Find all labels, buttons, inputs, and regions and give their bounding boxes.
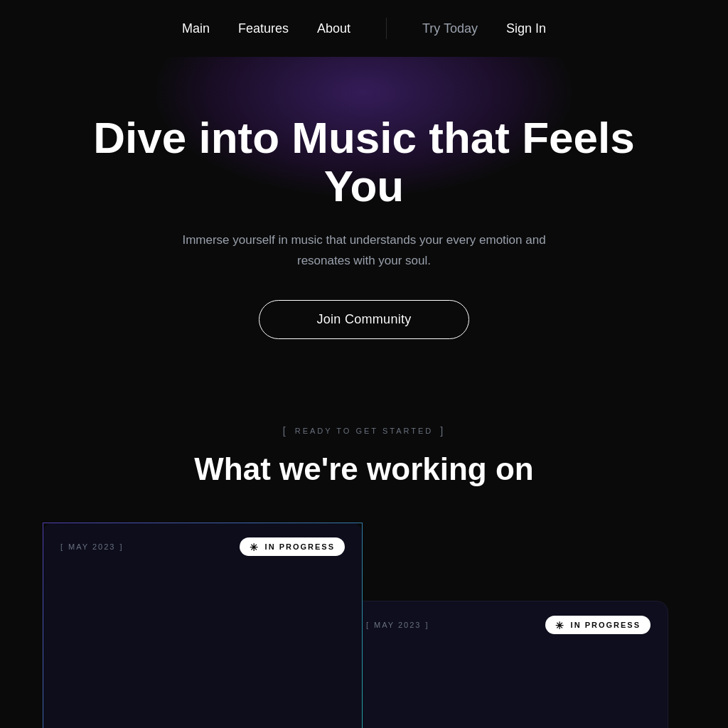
card-2: [ MAY 2023 ] IN PROGRESS	[348, 601, 668, 728]
card-1: [ MAY 2023 ] IN PROGRESS	[43, 523, 363, 728]
spinner-icon-2	[555, 620, 565, 630]
card-2-badge: IN PROGRESS	[545, 616, 651, 634]
card-1-badge: IN PROGRESS	[240, 537, 345, 556]
nav-try-today[interactable]: Try Today	[422, 21, 478, 36]
header: Main Features About Try Today Sign In	[0, 0, 728, 57]
section-label: [ READY TO GET STARTED ]	[283, 425, 445, 437]
bracket-right: ]	[440, 425, 445, 437]
hero-subtitle: Immerse yourself in music that understan…	[172, 230, 556, 272]
nav-about[interactable]: About	[317, 21, 350, 36]
section-label-text: READY TO GET STARTED	[295, 427, 433, 435]
card-2-date: [ MAY 2023 ]	[366, 621, 429, 629]
section-label-area: [ READY TO GET STARTED ]	[0, 424, 728, 437]
card-1-bracket-right: ]	[119, 542, 123, 551]
card-1-header: [ MAY 2023 ] IN PROGRESS	[43, 523, 362, 567]
nav-sign-in[interactable]: Sign In	[506, 21, 546, 36]
hero-title: Dive into Music that Feels You	[80, 114, 648, 210]
card-2-header: [ MAY 2023 ] IN PROGRESS	[349, 601, 668, 646]
card-1-date: [ MAY 2023 ]	[60, 542, 123, 551]
nav-divider	[386, 18, 387, 39]
card-1-date-text: MAY 2023	[68, 542, 115, 551]
join-community-button[interactable]: Join Community	[259, 300, 469, 339]
card-1-badge-text: IN PROGRESS	[265, 542, 335, 551]
nav: Main Features About Try Today Sign In	[182, 18, 546, 39]
card-1-bracket-left: [	[60, 542, 64, 551]
card-2-bracket-left: [	[366, 621, 370, 629]
card-2-badge-text: IN PROGRESS	[571, 621, 641, 629]
card-2-date-text: MAY 2023	[374, 621, 421, 629]
bracket-left: [	[283, 425, 288, 437]
hero-section: Dive into Music that Feels You Immerse y…	[0, 57, 728, 382]
nav-main[interactable]: Main	[182, 21, 210, 36]
cards-area: [ MAY 2023 ] IN PROGRESS [ MAY 2023 ] IN…	[0, 523, 728, 728]
section-title: What we're working on	[0, 451, 728, 487]
spinner-icon-1	[250, 542, 259, 552]
card-2-bracket-right: ]	[425, 621, 429, 629]
nav-features[interactable]: Features	[238, 21, 289, 36]
